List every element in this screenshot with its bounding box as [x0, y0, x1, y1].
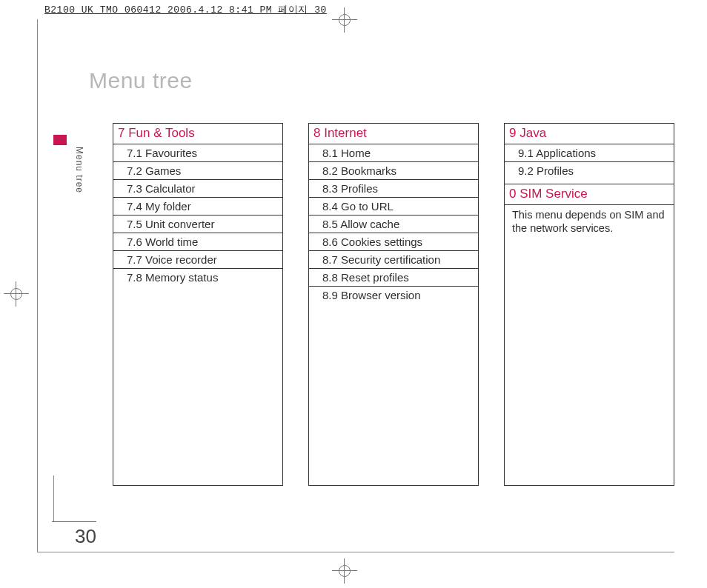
- menu-item: 9.1 Applications: [505, 144, 674, 162]
- menu-item: 7.2 Games: [113, 162, 282, 180]
- menu-item: 8.7 Security certification: [309, 251, 478, 269]
- section-header: 8 Internet: [309, 124, 478, 144]
- registration-mark-left: [4, 281, 29, 307]
- menu-item: 7.5 Unit converter: [113, 216, 282, 233]
- side-caption: Menu tree: [74, 147, 84, 193]
- menu-item: 8.3 Profiles: [309, 180, 478, 198]
- menu-item: 8.6 Cookies settings: [309, 233, 478, 251]
- menu-columns: 7 Fun & Tools 7.1 Favourites 7.2 Games 7…: [113, 123, 676, 486]
- document-info-line: B2100 UK TMO 060412 2006.4.12 8:41 PM 페이…: [44, 3, 327, 16]
- margin-tab-marker: [53, 135, 67, 145]
- menu-item: 8.5 Allow cache: [309, 216, 478, 233]
- menu-item: 9.2 Profiles: [505, 162, 674, 179]
- menu-item: 7.8 Memory status: [113, 269, 282, 286]
- menu-column-fun-tools: 7 Fun & Tools 7.1 Favourites 7.2 Games 7…: [113, 123, 283, 486]
- page-number: 30: [52, 521, 96, 548]
- menu-item: 7.3 Calculator: [113, 180, 282, 198]
- menu-item: 7.4 My folder: [113, 198, 282, 216]
- section-header: 9 Java: [505, 124, 674, 144]
- section-header: 0 SIM Service: [505, 184, 674, 205]
- menu-item: 8.8 Reset profiles: [309, 269, 478, 287]
- menu-column-internet: 8 Internet 8.1 Home 8.2 Bookmarks 8.3 Pr…: [308, 123, 479, 486]
- registration-mark-bottom: [332, 558, 357, 584]
- menu-item: 7.6 World time: [113, 233, 282, 251]
- menu-item: 8.9 Browser version: [309, 287, 478, 304]
- menu-item: 7.7 Voice recorder: [113, 251, 282, 269]
- menu-item: 7.1 Favourites: [113, 144, 282, 162]
- sim-service-note: This menu depends on SIM and the network…: [505, 205, 674, 236]
- page-title: Menu tree: [89, 68, 676, 93]
- section-header: 7 Fun & Tools: [113, 124, 282, 144]
- menu-item: 8.2 Bookmarks: [309, 162, 478, 180]
- menu-item: 8.1 Home: [309, 144, 478, 162]
- menu-item: 8.4 Go to URL: [309, 198, 478, 216]
- menu-column-java-sim: 9 Java 9.1 Applications 9.2 Profiles 0 S…: [504, 123, 674, 486]
- page-number-rule: [53, 475, 54, 521]
